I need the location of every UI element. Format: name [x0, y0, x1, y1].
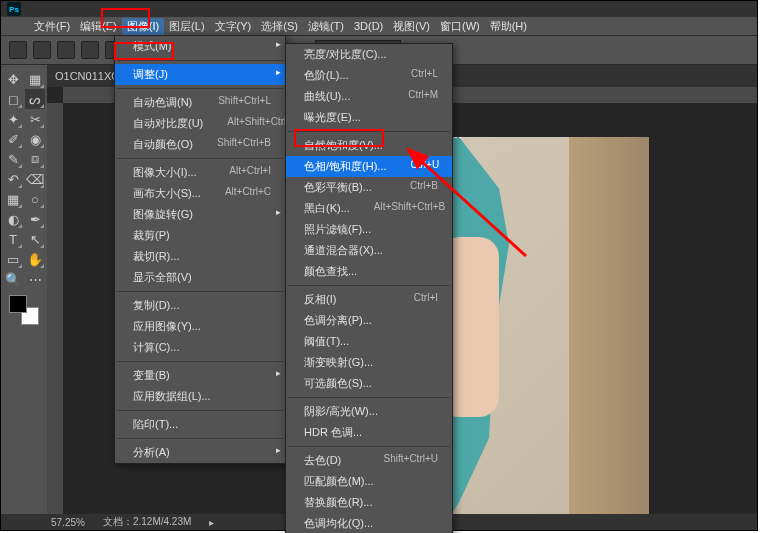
path-select-tool[interactable]: ↖ [25, 229, 45, 249]
menu-calculations[interactable]: 计算(C)... [115, 337, 285, 358]
doc-size: 文档：2.12M/4.23M [103, 515, 191, 529]
menu-canvas-size[interactable]: 画布大小(S)...Alt+Ctrl+C [115, 183, 285, 204]
menu-brightness-contrast[interactable]: 亮度/对比度(C)... [286, 44, 452, 65]
selection-subtract-icon[interactable] [81, 41, 99, 59]
history-brush-tool[interactable]: ↶ [3, 169, 23, 189]
menu-help[interactable]: 帮助(H) [485, 18, 532, 35]
menu-posterize[interactable]: 色调分离(P)... [286, 310, 452, 331]
menu-replace-color[interactable]: 替换颜色(R)... [286, 492, 452, 513]
menu-auto-tone[interactable]: 自动色调(N)Shift+Ctrl+L [115, 92, 285, 113]
titlebar: Ps [1, 1, 757, 17]
menu-hdr-toning[interactable]: HDR 色调... [286, 422, 452, 443]
app-logo: Ps [7, 2, 21, 16]
gradient-tool[interactable]: ▦ [3, 189, 23, 209]
tool-preset-icon[interactable] [9, 41, 27, 59]
menu-image-size[interactable]: 图像大小(I)...Alt+Ctrl+I [115, 162, 285, 183]
edit-toolbar[interactable]: ⋯ [25, 269, 45, 289]
menu-type[interactable]: 文字(Y) [210, 18, 257, 35]
menu-hue-saturation[interactable]: 色相/饱和度(H)...Ctrl+U [286, 156, 452, 177]
menu-image[interactable]: 图像(I) [122, 18, 164, 35]
menu-adjustments[interactable]: 调整(J) [115, 64, 285, 85]
menu-apply-data[interactable]: 应用数据组(L)... [115, 386, 285, 407]
menu-analysis[interactable]: 分析(A) [115, 442, 285, 463]
menu-variables[interactable]: 变量(B) [115, 365, 285, 386]
menu-mode[interactable]: 模式(M) [115, 36, 285, 57]
menu-layer[interactable]: 图层(L) [164, 18, 209, 35]
lasso-tool[interactable]: ᔕ [25, 89, 45, 109]
menu-reveal-all[interactable]: 显示全部(V) [115, 267, 285, 288]
status-arrow-icon[interactable]: ▸ [209, 517, 214, 528]
zoom-level[interactable]: 57.25% [51, 517, 85, 528]
stamp-tool[interactable]: ⧈ [25, 149, 45, 169]
menu-file[interactable]: 文件(F) [29, 18, 75, 35]
menubar[interactable]: 文件(F) 编辑(E) 图像(I) 图层(L) 文字(Y) 选择(S) 滤镜(T… [1, 17, 757, 35]
eyedropper-tool[interactable]: ✐ [3, 129, 23, 149]
crop-tool[interactable]: ✂ [25, 109, 45, 129]
brush-tool[interactable]: ✎ [3, 149, 23, 169]
menu-levels[interactable]: 色阶(L)...Ctrl+L [286, 65, 452, 86]
selection-add-icon[interactable] [57, 41, 75, 59]
menu-crop[interactable]: 裁剪(P) [115, 225, 285, 246]
menu-select[interactable]: 选择(S) [256, 18, 303, 35]
menu-black-white[interactable]: 黑白(K)...Alt+Shift+Ctrl+B [286, 198, 452, 219]
image-menu-dropdown[interactable]: 模式(M) 调整(J) 自动色调(N)Shift+Ctrl+L 自动对比度(U)… [114, 35, 286, 464]
color-swatches[interactable] [9, 295, 39, 325]
menu-3d[interactable]: 3D(D) [349, 19, 388, 33]
selection-mode-icon[interactable] [33, 41, 51, 59]
menu-color-lookup[interactable]: 颜色查找... [286, 261, 452, 282]
menu-exposure[interactable]: 曝光度(E)... [286, 107, 452, 128]
menu-gradient-map[interactable]: 渐变映射(G)... [286, 352, 452, 373]
menu-threshold[interactable]: 阈值(T)... [286, 331, 452, 352]
menu-color-balance[interactable]: 色彩平衡(B)...Ctrl+B [286, 177, 452, 198]
ruler-vertical [47, 103, 63, 514]
move-tool[interactable]: ✥ [3, 69, 23, 89]
blur-tool[interactable]: ○ [25, 189, 45, 209]
pen-tool[interactable]: ✒ [25, 209, 45, 229]
zoom-tool[interactable]: 🔍 [3, 269, 23, 289]
image-wall [569, 137, 649, 514]
menu-equalize[interactable]: 色调均化(Q)... [286, 513, 452, 533]
foreground-color[interactable] [9, 295, 27, 313]
menu-shadows-highlights[interactable]: 阴影/高光(W)... [286, 401, 452, 422]
menu-photo-filter[interactable]: 照片滤镜(F)... [286, 219, 452, 240]
artboard-tool[interactable]: ▦ [25, 69, 45, 89]
menu-auto-contrast[interactable]: 自动对比度(U)Alt+Shift+Ctrl+L [115, 113, 285, 134]
menu-trim[interactable]: 裁切(R)... [115, 246, 285, 267]
menu-channel-mixer[interactable]: 通道混合器(X)... [286, 240, 452, 261]
menu-image-rotation[interactable]: 图像旋转(G) [115, 204, 285, 225]
toolbox: ✥▦ ◻ᔕ ✦✂ ✐◉ ✎⧈ ↶⌫ ▦○ ◐✒ T↖ ▭✋ 🔍⋯ [1, 65, 47, 514]
menu-desaturate[interactable]: 去色(D)Shift+Ctrl+U [286, 450, 452, 471]
menu-auto-color[interactable]: 自动颜色(O)Shift+Ctrl+B [115, 134, 285, 155]
menu-vibrance[interactable]: 自然饱和度(V)... [286, 135, 452, 156]
menu-curves[interactable]: 曲线(U)...Ctrl+M [286, 86, 452, 107]
shape-tool[interactable]: ▭ [3, 249, 23, 269]
eraser-tool[interactable]: ⌫ [25, 169, 45, 189]
hand-tool[interactable]: ✋ [25, 249, 45, 269]
menu-selective-color[interactable]: 可选颜色(S)... [286, 373, 452, 394]
type-tool[interactable]: T [3, 229, 23, 249]
spot-heal-tool[interactable]: ◉ [25, 129, 45, 149]
quick-select-tool[interactable]: ✦ [3, 109, 23, 129]
dodge-tool[interactable]: ◐ [3, 209, 23, 229]
menu-trap[interactable]: 陷印(T)... [115, 414, 285, 435]
menu-filter[interactable]: 滤镜(T) [303, 18, 349, 35]
menu-duplicate[interactable]: 复制(D)... [115, 295, 285, 316]
menu-match-color[interactable]: 匹配颜色(M)... [286, 471, 452, 492]
menu-invert[interactable]: 反相(I)Ctrl+I [286, 289, 452, 310]
adjustments-submenu[interactable]: 亮度/对比度(C)... 色阶(L)...Ctrl+L 曲线(U)...Ctrl… [285, 43, 453, 533]
menu-window[interactable]: 窗口(W) [435, 18, 485, 35]
menu-apply-image[interactable]: 应用图像(Y)... [115, 316, 285, 337]
menu-view[interactable]: 视图(V) [388, 18, 435, 35]
menu-edit[interactable]: 编辑(E) [75, 18, 122, 35]
marquee-tool[interactable]: ◻ [3, 89, 23, 109]
